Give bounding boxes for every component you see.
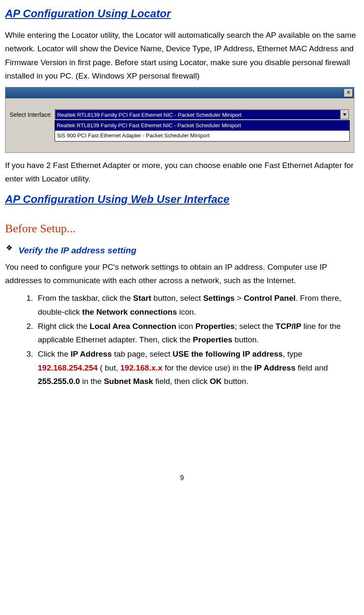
- bold: Control Panel: [244, 294, 296, 302]
- bold: Subnet Mask: [104, 377, 153, 386]
- dialog-titlebar: ✕: [5, 87, 354, 98]
- bold: Properties: [195, 322, 235, 331]
- interface-selected-value: Realtek RTL8139 Family PCI Fast Ethernet…: [55, 110, 340, 119]
- text: >: [235, 294, 244, 302]
- text: icon.: [177, 308, 196, 316]
- text: From the taskbar, click the: [38, 294, 133, 302]
- interface-combo: Realtek RTL8139 Family PCI Fast Ethernet…: [55, 109, 350, 141]
- paragraph-intro-locator: While entering the Locator utility, the …: [5, 29, 359, 83]
- text: field, then click: [153, 377, 210, 386]
- interface-combobox[interactable]: Realtek RTL8139 Family PCI Fast Ethernet…: [55, 109, 350, 120]
- text: Right click the: [38, 322, 90, 331]
- bold: Properties: [193, 335, 232, 344]
- text: button.: [222, 377, 248, 386]
- text: in the: [80, 377, 104, 386]
- bold: OK: [210, 377, 222, 386]
- bold: Settings: [203, 294, 235, 302]
- ip-example: 192.168.254.254: [38, 363, 98, 372]
- close-button[interactable]: ✕: [344, 89, 353, 97]
- text: , type: [283, 350, 302, 358]
- text: ( but,: [98, 363, 120, 372]
- page-number: 9: [5, 472, 359, 484]
- diamond-bullet-icon: ❖: [6, 243, 13, 258]
- bold: IP Address: [254, 363, 296, 372]
- text: tab page, select: [112, 350, 173, 358]
- heading-ap-web-ui[interactable]: AP Configuration Using Web User Interfac…: [5, 190, 359, 208]
- bold: TCP/IP: [275, 322, 301, 331]
- bold: the Network connections: [82, 308, 177, 316]
- text: ; select the: [235, 322, 275, 331]
- text: field and: [296, 363, 328, 372]
- bold: USE the following IP address: [173, 350, 283, 358]
- ip-device: 192.168.x.x: [120, 363, 162, 372]
- interface-dropdown-list: Realtek RTL8139 Family PCI Fast Ethernet…: [55, 120, 350, 141]
- steps-list: From the taskbar, click the Start button…: [5, 292, 359, 388]
- bold: Local Area Connection: [90, 322, 176, 331]
- step-1: From the taskbar, click the Start button…: [35, 292, 359, 319]
- text: icon: [176, 322, 195, 331]
- heading-ap-locator[interactable]: AP Configuration Using Locator: [5, 4, 359, 23]
- bold: Start: [133, 294, 151, 302]
- verify-ip-bullet: ❖ Verify the IP address setting: [6, 243, 359, 258]
- step-3: Click the IP Address tab page, select US…: [35, 347, 359, 388]
- bold: 255.255.0.0: [38, 377, 80, 386]
- interface-option[interactable]: Realtek RTL8139 Family PCI Fast Ethernet…: [55, 121, 349, 131]
- verify-ip-label: Verify the IP address setting: [18, 243, 136, 258]
- dialog-body: Select Interface: Realtek RTL8139 Family…: [5, 98, 354, 152]
- text: Click the: [38, 350, 71, 358]
- before-setup-heading: Before Setup...: [5, 218, 359, 239]
- chevron-down-icon[interactable]: [340, 110, 349, 119]
- paragraph-two-adapters: If you have 2 Fast Ethernet Adapter or m…: [5, 159, 359, 186]
- text: button, select: [151, 294, 203, 302]
- step-2: Right click the Local Area Connection ic…: [35, 320, 359, 347]
- text: button.: [232, 335, 259, 344]
- select-interface-label: Select Interface:: [10, 109, 52, 120]
- text: for the device use) in the: [162, 363, 254, 372]
- select-interface-dialog: ✕ Select Interface: Realtek RTL8139 Fami…: [5, 87, 354, 152]
- interface-option[interactable]: SiS 900 PCI Fast Ethernet Adapter - Pack…: [55, 131, 349, 141]
- paragraph-verify-ip: You need to configure your PC's network …: [5, 260, 359, 288]
- bold: IP Address: [71, 350, 112, 358]
